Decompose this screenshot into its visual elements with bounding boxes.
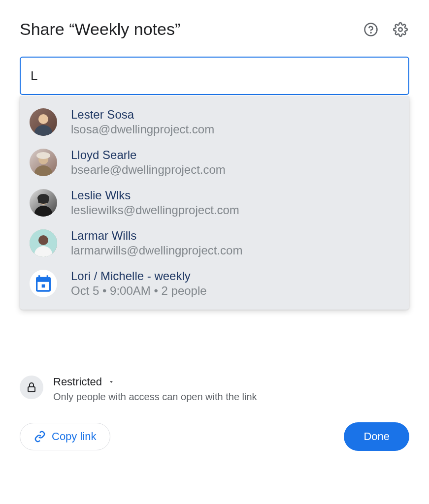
general-access-section: Restricted Only people with access can o… (20, 376, 409, 403)
suggestion-item[interactable]: Lester Sosa lsosa@dwellingproject.com (20, 102, 409, 142)
dialog-footer: Copy link Done (20, 422, 409, 451)
svg-point-7 (36, 152, 50, 159)
suggestion-text: Lori / Michelle - weekly Oct 5 • 9:00AM … (71, 269, 207, 298)
suggestion-meta: Oct 5 • 9:00AM • 2 people (71, 284, 207, 298)
avatar (30, 189, 57, 217)
help-icon (363, 22, 378, 37)
settings-button[interactable] (392, 21, 409, 38)
dialog-title: Share “Weekly notes” (20, 20, 180, 39)
access-label: Restricted (53, 376, 102, 388)
svg-point-4 (34, 125, 52, 136)
suggestion-name: Leslie Wlks (71, 189, 239, 202)
suggestion-item[interactable]: Lori / Michelle - weekly Oct 5 • 9:00AM … (20, 263, 409, 304)
suggestion-email: lsosa@dwellingproject.com (71, 123, 214, 136)
svg-point-2 (398, 28, 402, 32)
svg-rect-14 (28, 387, 35, 392)
copy-link-label: Copy link (52, 430, 96, 443)
link-icon (34, 431, 46, 442)
suggestions-dropdown: Lester Sosa lsosa@dwellingproject.com Ll… (20, 96, 409, 310)
lock-badge (20, 376, 43, 399)
chevron-down-icon (108, 378, 115, 385)
gear-icon (393, 22, 408, 37)
suggestion-item[interactable]: Lloyd Searle bsearle@dwellingproject.com (20, 142, 409, 183)
svg-point-3 (38, 114, 48, 124)
suggestion-text: Lloyd Searle bsearle@dwellingproject.com (71, 148, 226, 177)
suggestion-name: Lester Sosa (71, 108, 214, 122)
header-actions (362, 21, 409, 38)
suggestion-name: Lori / Michelle - weekly (71, 269, 207, 283)
access-dropdown[interactable]: Restricted (53, 376, 257, 388)
svg-point-11 (38, 235, 48, 245)
avatar (30, 229, 57, 257)
done-button[interactable]: Done (344, 422, 409, 451)
access-description: Only people with access can open with th… (53, 391, 257, 403)
suggestion-email: lesliewilks@dwellingproject.com (71, 203, 239, 217)
lock-icon (26, 381, 37, 393)
search-container: Lester Sosa lsosa@dwellingproject.com Ll… (20, 57, 409, 95)
suggestion-email: bsearle@dwellingproject.com (71, 163, 226, 177)
suggestion-text: Leslie Wlks lesliewilks@dwellingproject.… (71, 189, 239, 217)
suggestion-name: Larmar Wills (71, 229, 242, 243)
svg-point-9 (34, 206, 52, 217)
svg-point-1 (370, 32, 371, 32)
share-dialog: Share “Weekly notes” (0, 0, 429, 471)
svg-point-6 (34, 165, 52, 176)
suggestion-name: Lloyd Searle (71, 148, 226, 162)
help-button[interactable] (362, 21, 380, 38)
calendar-icon (33, 274, 53, 293)
access-info: Restricted Only people with access can o… (53, 376, 257, 403)
suggestion-item[interactable]: Leslie Wlks lesliewilks@dwellingproject.… (20, 183, 409, 223)
avatar (30, 108, 57, 136)
people-search-input[interactable] (20, 57, 409, 95)
suggestion-text: Lester Sosa lsosa@dwellingproject.com (71, 108, 214, 136)
svg-rect-13 (42, 284, 45, 288)
suggestion-email: larmarwills@dwellingproject.com (71, 244, 242, 257)
dialog-header: Share “Weekly notes” (20, 20, 409, 39)
calendar-avatar (30, 270, 57, 297)
avatar (30, 149, 57, 176)
suggestion-item[interactable]: Larmar Wills larmarwills@dwellingproject… (20, 223, 409, 263)
suggestion-text: Larmar Wills larmarwills@dwellingproject… (71, 229, 242, 257)
copy-link-button[interactable]: Copy link (20, 423, 110, 450)
